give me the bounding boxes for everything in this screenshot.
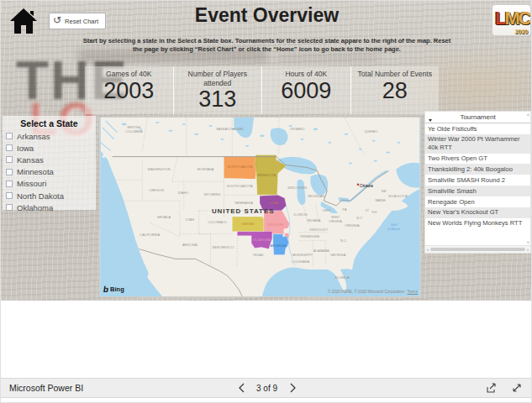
previous-page-button[interactable] <box>238 383 245 393</box>
home-icon <box>8 5 40 37</box>
map-label: ILLINOIS <box>293 212 308 217</box>
map-label: QUEBEC <box>364 129 378 133</box>
tournament-row[interactable]: Winter War 2000 Pt Warhammer 40k RTT <box>425 134 530 154</box>
state-checkbox-row[interactable]: Kansas <box>6 154 92 165</box>
tournament-row[interactable]: Two Rivers Open GT <box>425 154 530 165</box>
state-checkbox-row[interactable]: Iowa <box>6 142 92 154</box>
page-indicator: 3 of 9 <box>256 384 277 393</box>
map-label: IDAHO <box>178 191 189 195</box>
scroll-down-icon[interactable]: ˅ <box>527 240 529 245</box>
state-label: Kansas <box>17 155 44 165</box>
scroll-left-icon[interactable]: ‹ <box>427 247 429 252</box>
horizontal-scrollbar[interactable]: ‹ › <box>425 245 530 253</box>
map-label: NORTH DAKOTA <box>228 165 253 169</box>
tournament-column-header[interactable]: Tournament ˄ <box>425 112 530 123</box>
map-label: VIRGINIA <box>329 220 342 223</box>
us-map: NORTH DAKOTAMINNESOTAIOWAKANSASMISSOURIO… <box>100 118 420 296</box>
scrollbar-thumb[interactable] <box>430 248 525 251</box>
tournament-row[interactable]: Smallville SMASH Round 2 <box>425 175 530 186</box>
tournament-row[interactable]: Thankskilling 2: 40k Boogaloo <box>425 164 530 175</box>
map-label: PA <box>343 207 347 212</box>
map-label: WYOMING <box>204 192 221 196</box>
kpi-card: Number of Players attended313 <box>173 66 262 114</box>
map-label: NEVADA <box>157 215 171 219</box>
checkbox-icon[interactable] <box>6 204 13 211</box>
reset-chart-label: Reset Chart <box>65 18 98 25</box>
map-label: FLORIDA <box>335 275 350 280</box>
tournament-row[interactable]: New Year's Knockout GT <box>425 207 530 218</box>
state-label: Iowa <box>17 144 34 153</box>
powerbi-viewer: THE LO ↺ Reset Chart Event Overview Star… <box>0 0 532 403</box>
kpi-label: Number of Players attended <box>174 70 262 87</box>
map-label: NEW MEXICO <box>212 245 234 249</box>
ottawa-label: Ottawa <box>360 183 373 188</box>
kpi-value: 28 <box>351 79 440 102</box>
map-label: of Maine <box>387 227 401 231</box>
map-copyright: © 2020 HERE, © 2020 Microsoft Corporatio… <box>328 290 418 294</box>
map-label: ARKANSAS <box>271 244 288 248</box>
map-label: SOUTH DAKOTA <box>227 184 253 188</box>
map-label: N.Y. <box>356 216 362 220</box>
powerbi-footer-bar: Microsoft Power BI 3 of 9 <box>1 378 532 398</box>
scroll-up-icon[interactable]: ˄ <box>527 113 529 118</box>
map-label: KANSAS <box>242 222 255 226</box>
lmc-logo-year: 2020 <box>514 29 528 34</box>
fullscreen-icon[interactable] <box>511 382 523 394</box>
kpi-value: 2003 <box>85 79 173 102</box>
kpi-value: 313 <box>174 87 262 111</box>
map-label: MISSISSIPPI <box>292 253 313 257</box>
state-label: North Dakota <box>17 191 64 201</box>
map-label: WISCONSIN <box>287 186 307 190</box>
map-label: N.C. <box>340 238 347 243</box>
chevron-left-icon <box>238 383 245 393</box>
map-label: COLORADO <box>208 220 227 224</box>
tournament-row[interactable]: Ye Olde Fisticuffs <box>425 123 530 134</box>
state-checkbox-row[interactable]: Missouri <box>6 178 92 190</box>
map-label: MAINE <box>375 198 386 202</box>
map-label: UTAH <box>186 217 195 222</box>
checkbox-icon[interactable] <box>6 169 13 175</box>
map-label: N.H. <box>371 211 377 214</box>
reset-chart-button[interactable]: ↺ Reset Chart <box>49 13 106 29</box>
instructions-line1: Start by selecting a state in the Select… <box>55 37 479 45</box>
map-label: INDIANA <box>307 218 320 222</box>
map-label: WASHINGTON <box>148 167 171 171</box>
state-checkbox-row[interactable]: Minnesota <box>6 166 92 178</box>
tournament-rows: Ye Olde FisticuffsWinter War 2000 Pt War… <box>425 123 530 245</box>
tournament-row[interactable]: Renegade Open <box>425 196 530 207</box>
kpi-row: Games of 40K2003Number of Players attend… <box>85 66 439 114</box>
background-texture <box>278 54 379 61</box>
state-checkbox-row[interactable]: North Dakota <box>6 190 92 202</box>
map-label: ARIZONA <box>182 243 198 247</box>
tournament-row[interactable]: New Worlds Flying Monkeys RTT <box>425 218 530 229</box>
terms-link[interactable]: Terms <box>407 290 418 294</box>
checkbox-icon[interactable] <box>6 192 13 199</box>
map-label: GEORGIA <box>330 253 346 257</box>
tournament-row[interactable]: Smallville Smash <box>425 186 530 196</box>
state-checkbox-row[interactable]: Oklahoma <box>6 202 92 213</box>
map-label: SASKATCHEWAN <box>216 127 244 131</box>
home-button[interactable] <box>8 5 40 37</box>
checkbox-icon[interactable] <box>6 144 13 151</box>
dashboard-canvas: THE LO ↺ Reset Chart Event Overview Star… <box>1 1 532 301</box>
next-page-button[interactable] <box>289 383 296 393</box>
state-checkbox-row[interactable]: Arkansas <box>6 130 92 142</box>
checkbox-icon[interactable] <box>6 133 13 139</box>
share-icon[interactable] <box>485 382 497 394</box>
lmc-logo: LMC 2020 <box>492 4 531 36</box>
map-label: IOWA <box>270 202 278 205</box>
map-label: MICHIGAN <box>308 194 324 198</box>
map-visual[interactable]: NORTH DAKOTAMINNESOTAIOWAKANSASMISSOURIO… <box>99 117 421 297</box>
sort-descending-icon <box>429 119 432 122</box>
state-selector-title: Select a State <box>6 118 92 128</box>
map-label: COLUMBIA <box>125 129 143 133</box>
map-label: OREGON <box>149 188 164 192</box>
checkbox-icon[interactable] <box>6 181 13 187</box>
scroll-right-icon[interactable]: › <box>527 247 529 252</box>
bing-logo[interactable]: b Bing <box>103 285 124 293</box>
checkbox-icon[interactable] <box>6 156 13 163</box>
state-label: Arkansas <box>17 132 50 141</box>
state-list: ArkansasIowaKansasMinnesotaMissouriNorth… <box>6 130 92 213</box>
map-label: VIRGINIA <box>345 223 360 228</box>
map-label: MISSOURI <box>268 223 284 227</box>
